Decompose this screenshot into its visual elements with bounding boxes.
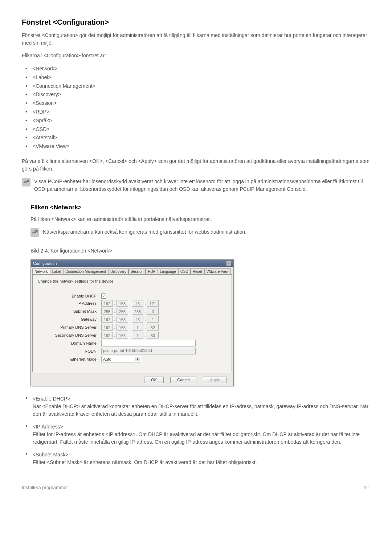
gateway-label: Gateway: <box>38 317 101 321</box>
gateway-field[interactable]: 192. 168. 46. 1 <box>101 316 159 323</box>
ip-octet[interactable]: 1 <box>147 316 159 323</box>
ok-button[interactable]: OK <box>144 377 164 383</box>
list-item: <Network> <box>22 65 370 73</box>
list-item: <Enable DHCP> När <Enable DHCP> är aktiv… <box>22 395 370 418</box>
ip-octet[interactable]: 1 <box>132 332 143 338</box>
ip-octet[interactable]: 192 <box>101 324 113 331</box>
footer-right: 4-1 <box>363 485 370 490</box>
list-item: <OSD> <box>22 125 370 134</box>
ip-address-field[interactable]: 192. 168. 46. 121 <box>101 300 159 307</box>
definition-term: <IP Address> <box>33 423 370 431</box>
tab-rdp[interactable]: RDP <box>146 268 158 274</box>
list-item: <Subnet Mask> Fältet <Subnet Mask> är en… <box>22 451 370 466</box>
primary-dns-label: Primary DNS Server: <box>38 325 101 329</box>
ip-octet[interactable]: 192 <box>101 300 113 307</box>
ip-octet[interactable]: 192 <box>101 332 113 338</box>
tab-discovery[interactable]: Discovery <box>108 268 128 274</box>
config-window: Configuration × Network Label Connection… <box>30 259 234 386</box>
ip-octet[interactable]: 255 <box>101 308 113 315</box>
list-item: <Session> <box>22 99 370 108</box>
ip-octet[interactable]: 168 <box>117 316 128 323</box>
note-icon <box>22 178 30 186</box>
fqdn-field: pcoip-portal-101558a0138d <box>101 348 196 354</box>
primary-dns-field[interactable]: 192. 168. 1. 52 <box>101 324 159 331</box>
window-title: Configuration <box>33 261 57 266</box>
ip-octet[interactable]: 46 <box>132 300 143 307</box>
secondary-dns-label: Secondary DNS Server: <box>38 333 101 337</box>
note-block: Vissa PCoIP-enheter har lösenordsskydd a… <box>22 178 370 193</box>
ip-octet[interactable]: 192 <box>101 316 113 323</box>
button-row: OK Cancel Apply <box>31 374 233 386</box>
figure-caption: Bild 2-4: Konfigurationen <Network> <box>30 248 370 254</box>
subnet-label: Subnet Mask: <box>38 309 101 313</box>
config-tab-list: <Network> <Label> <Connection Management… <box>22 65 370 151</box>
cancel-button[interactable]: Cancel <box>170 377 196 383</box>
page-title: Fönstret <Configuration> <box>22 18 370 26</box>
network-intro-paragraph: På fliken <Network> kan en administratör… <box>30 216 370 223</box>
tab-osd[interactable]: OSD <box>178 268 191 274</box>
after-list-paragraph: På varje flik finns alternativen <OK>, <… <box>22 157 370 173</box>
ip-octet[interactable]: 52 <box>147 324 159 331</box>
tabs-intro-paragraph: Flikarna i <Configuration>-fönstret är: <box>22 52 370 59</box>
ip-label: IP Address: <box>38 301 101 305</box>
tab-session[interactable]: Session <box>128 268 146 274</box>
panel-description: Change the network settings for the devi… <box>38 279 226 283</box>
tab-panel: Change the network settings for the devi… <box>32 274 232 372</box>
ip-octet[interactable]: 255 <box>132 308 143 315</box>
ethernet-mode-select[interactable]: Auto ▾ <box>101 356 141 362</box>
note-block: Nätverksparametrarna kan också konfigure… <box>30 228 370 237</box>
tab-reset[interactable]: Reset <box>191 268 204 274</box>
subnet-mask-field[interactable]: 255. 255. 255. 0 <box>101 308 159 315</box>
tab-connection-management[interactable]: Connection Management <box>63 268 108 274</box>
window-titlebar: Configuration × <box>31 260 233 267</box>
ip-octet[interactable]: 168 <box>117 300 128 307</box>
definition-list: <Enable DHCP> När <Enable DHCP> är aktiv… <box>22 395 370 466</box>
definition-term: <Subnet Mask> <box>33 451 370 459</box>
definition-body: När <Enable DHCP> är aktiverad kontaktar… <box>33 403 370 418</box>
definition-body: Fältet <Subnet Mask> är enhetens nätmask… <box>33 459 370 466</box>
note-text: Nätverksparametrarna kan också konfigure… <box>43 228 370 236</box>
ethernet-label: Ethernet Mode: <box>38 357 101 361</box>
ip-octet[interactable]: 168 <box>117 332 128 338</box>
ip-octet[interactable]: 1 <box>132 324 143 331</box>
chevron-down-icon: ▾ <box>135 357 140 361</box>
list-item: <Språk> <box>22 116 370 125</box>
note-icon <box>30 228 39 237</box>
secondary-dns-field[interactable]: 192. 168. 1. 50 <box>101 332 159 338</box>
ip-octet[interactable]: 50 <box>147 332 159 338</box>
list-item: <Connection Management> <box>22 82 370 91</box>
list-item: <Label> <box>22 73 370 82</box>
definition-body: Fältet för IP-adress är enhetens <IP add… <box>33 431 370 446</box>
window-tabs: Network Label Connection Management Disc… <box>31 267 233 274</box>
close-icon[interactable]: × <box>226 261 231 266</box>
ip-octet[interactable]: 0 <box>147 308 159 315</box>
footer-left: Installera programmet <box>22 485 68 490</box>
tab-network[interactable]: Network <box>32 268 50 274</box>
ethernet-mode-value: Auto <box>103 357 111 361</box>
list-item: <VMware View> <box>22 142 370 151</box>
definition-term: <Enable DHCP> <box>33 395 370 403</box>
apply-button[interactable]: Apply <box>203 377 227 383</box>
page-footer: Installera programmet 4-1 <box>22 481 370 490</box>
ip-octet[interactable]: 255 <box>117 308 128 315</box>
tab-vmware-view[interactable]: VMware View <box>204 268 231 274</box>
list-item: <RDP> <box>22 108 370 116</box>
list-item: <Discovery> <box>22 90 370 99</box>
list-item: <Återställ> <box>22 134 370 142</box>
ip-octet[interactable]: 168 <box>117 324 128 331</box>
tab-label[interactable]: Label <box>50 268 63 274</box>
ip-octet[interactable]: 46 <box>132 316 143 323</box>
dhcp-checkbox[interactable]: ✓ <box>101 294 106 299</box>
note-text: Vissa PCoIP-enheter har lösenordsskydd a… <box>34 178 370 193</box>
domain-label: Domain Name: <box>38 341 101 345</box>
intro-paragraph: Fönstret <Configuration> gör det möjligt… <box>22 32 370 47</box>
network-heading: Fliken <Network> <box>30 204 370 211</box>
tab-language[interactable]: Language <box>158 268 179 274</box>
ip-octet[interactable]: 121 <box>147 300 159 307</box>
list-item: <IP Address> Fältet för IP-adress är enh… <box>22 423 370 446</box>
dhcp-label: Enable DHCP: <box>38 294 101 298</box>
domain-name-field[interactable] <box>101 340 196 346</box>
fqdn-label: FQDN: <box>38 349 101 353</box>
